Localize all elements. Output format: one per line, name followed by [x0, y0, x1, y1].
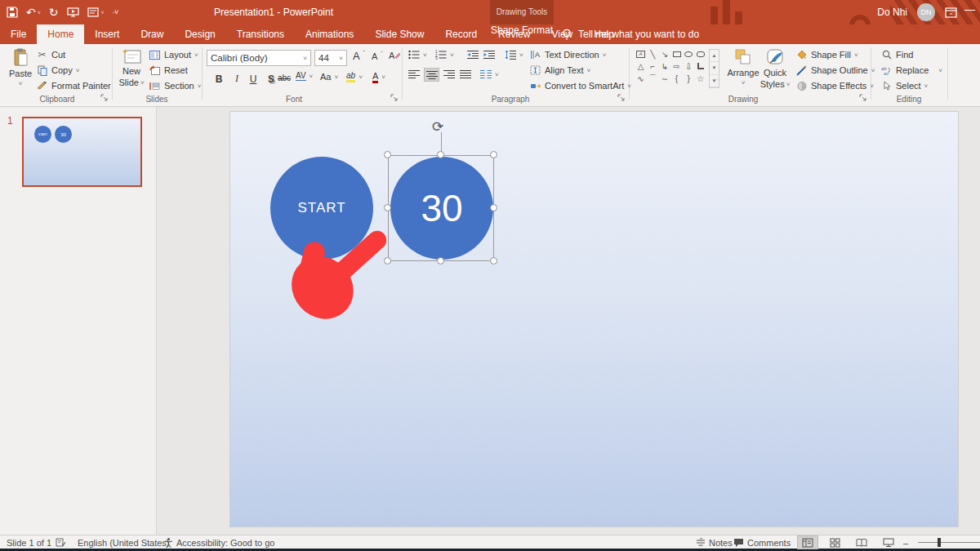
shape-elbow-connector[interactable]: ⌐	[648, 61, 658, 71]
resize-handle-s[interactable]	[437, 257, 444, 264]
shape-rounded-rectangle[interactable]	[695, 49, 706, 59]
align-text-button[interactable]: Align Text ˅	[529, 64, 590, 76]
avatar[interactable]: DN	[917, 3, 935, 21]
user-name[interactable]: Do Nhi	[877, 7, 907, 18]
shape-corner[interactable]	[695, 61, 706, 71]
save-icon[interactable]	[7, 7, 18, 18]
bold-button[interactable]: B	[211, 71, 227, 87]
increase-indent-button[interactable]	[483, 50, 495, 60]
copy-button[interactable]: Copy ˅	[36, 64, 79, 76]
resize-handle-e[interactable]	[490, 204, 497, 211]
grow-font-button[interactable]: Aˆ	[353, 50, 365, 62]
reading-view-button[interactable]	[851, 535, 872, 549]
slide-indicator[interactable]: Slide 1 of 1	[7, 535, 51, 549]
layout-button[interactable]: Layout ˅	[149, 49, 198, 60]
format-painter-button[interactable]: Format Painter	[36, 80, 111, 91]
gallery-more-icon[interactable]: ▼̄	[710, 75, 719, 87]
section-button[interactable]: Section ˅	[149, 80, 201, 91]
tab-animations[interactable]: Animations	[295, 24, 364, 44]
paste-button[interactable]: Paste ˅	[7, 48, 34, 87]
shape-down-arrow[interactable]: ⇩	[684, 61, 694, 71]
convert-to-smartart-button[interactable]: Convert to SmartArt ˅	[529, 80, 631, 91]
normal-view-button[interactable]	[797, 535, 818, 549]
paragraph-dialog-launcher[interactable]	[617, 94, 626, 102]
font-name-combobox[interactable]: Calibri (Body)˅	[207, 50, 311, 66]
rotate-handle-icon[interactable]: ⟳	[432, 118, 443, 136]
shape-line-arrow[interactable]: ↘	[659, 49, 670, 59]
shapes-gallery[interactable]: A ╲ ↘ △ ⌐ ↳ ⇨ ⇩ ∿ ⌒ ∼ { } ☆	[635, 49, 707, 83]
tab-home[interactable]: Home	[37, 24, 84, 44]
reset-button[interactable]: Reset	[149, 64, 188, 76]
character-spacing-button[interactable]: AV˅	[296, 71, 313, 81]
resize-handle-ne[interactable]	[490, 151, 497, 158]
slide-show-view-button[interactable]	[878, 535, 899, 549]
customize-qat-icon[interactable]: ⸱˅	[113, 9, 119, 16]
new-slide-qat-icon[interactable]: ˅	[87, 7, 105, 17]
spell-check-icon[interactable]	[56, 535, 66, 549]
ribbon-display-options-icon[interactable]	[945, 7, 957, 18]
shapes-gallery-scroll[interactable]: ▲ ▼ ▼̄	[709, 49, 719, 88]
shape-scribble[interactable]: ∿	[635, 73, 646, 83]
shape-rectangle[interactable]	[671, 49, 682, 59]
new-slide-button[interactable]: New Slide˅	[117, 48, 146, 87]
tab-shape-format[interactable]: Shape Format	[490, 24, 554, 36]
resize-handle-w[interactable]	[384, 204, 391, 211]
shape-left-brace[interactable]: {	[671, 73, 682, 83]
gallery-up-icon[interactable]: ▲	[710, 50, 719, 62]
highlight-color-button[interactable]: ab˅	[346, 71, 363, 82]
shape-oval[interactable]	[684, 49, 694, 59]
zoom-slider-track[interactable]	[918, 542, 980, 543]
tell-me-box[interactable]: Tell me what you want to do	[562, 24, 699, 44]
tab-slide-show[interactable]: Slide Show	[364, 24, 434, 44]
minimize-button[interactable]: —	[964, 3, 975, 16]
shape-line[interactable]: ╲	[648, 49, 658, 59]
tab-draw[interactable]: Draw	[130, 24, 174, 44]
tab-insert[interactable]: Insert	[84, 24, 130, 44]
notes-button[interactable]: Notes	[696, 535, 733, 549]
arrange-button[interactable]: Arrange ˅	[725, 48, 761, 87]
font-dialog-launcher[interactable]	[390, 94, 399, 102]
slide-canvas[interactable]: START 30 ⟳	[230, 112, 958, 527]
resize-handle-n[interactable]	[437, 151, 444, 158]
tab-record[interactable]: Record	[434, 24, 488, 44]
select-button[interactable]: Select ˅	[880, 80, 928, 91]
redo-icon[interactable]: ↻	[49, 7, 59, 18]
change-case-button[interactable]: Aa˅	[320, 72, 338, 82]
decrease-indent-button[interactable]	[467, 50, 479, 60]
gallery-down-icon[interactable]: ▼	[710, 62, 719, 74]
text-direction-button[interactable]: A Text Direction ˅	[529, 49, 606, 60]
tab-design[interactable]: Design	[174, 24, 225, 44]
text-shadow-button[interactable]: S	[263, 71, 279, 87]
shape-right-arrow[interactable]: ⇨	[671, 61, 682, 71]
shape-triangle[interactable]: △	[635, 61, 646, 71]
drawing-dialog-launcher[interactable]	[859, 94, 867, 102]
line-spacing-button[interactable]: ˅	[505, 50, 523, 60]
font-color-button[interactable]: A˅	[372, 71, 385, 83]
slide-thumbnail[interactable]: START 30	[22, 117, 142, 187]
resize-handle-nw[interactable]	[384, 151, 391, 158]
shape-fill-button[interactable]: Shape Fill ˅	[795, 49, 858, 60]
columns-button[interactable]: ˅	[480, 69, 499, 79]
font-size-combobox[interactable]: 44˅	[314, 50, 347, 66]
align-left-button[interactable]	[408, 69, 420, 79]
resize-handle-se[interactable]	[490, 257, 497, 264]
justify-button[interactable]	[460, 69, 471, 79]
clipboard-dialog-launcher[interactable]	[100, 94, 109, 102]
shape-curve[interactable]: ∼	[659, 73, 670, 83]
cut-button[interactable]: ✂ Cut	[36, 49, 65, 60]
replace-button[interactable]: abac Replace ˅	[880, 64, 942, 76]
zoom-out-button[interactable]: –	[903, 535, 908, 549]
shape-elbow-arrow-connector[interactable]: ↳	[659, 61, 670, 71]
find-button[interactable]: Find	[880, 49, 913, 60]
slide-sorter-view-button[interactable]	[824, 535, 845, 549]
undo-icon[interactable]: ↶˅	[26, 7, 41, 18]
accessibility-icon[interactable]	[163, 535, 174, 549]
numbering-button[interactable]: 123 ˅	[435, 50, 454, 60]
strikethrough-button[interactable]: abc	[278, 73, 291, 82]
shape-outline-button[interactable]: Shape Outline ˅	[795, 64, 875, 76]
bullets-button[interactable]: ˅	[408, 50, 427, 60]
italic-button[interactable]: I	[229, 71, 245, 87]
shape-arc[interactable]: ⌒	[648, 73, 658, 83]
shape-effects-button[interactable]: Shape Effects ˅	[795, 80, 874, 91]
align-center-button[interactable]	[424, 68, 439, 82]
